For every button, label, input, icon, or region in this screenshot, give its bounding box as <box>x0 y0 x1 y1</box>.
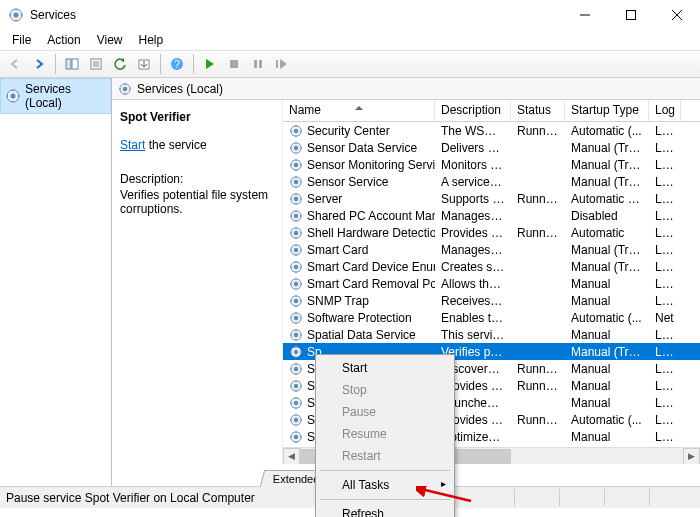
maximize-button[interactable] <box>608 0 654 30</box>
table-row[interactable]: Shell Hardware DetectionProvides no...Ru… <box>283 224 700 241</box>
service-logon-cell: Loca <box>649 328 681 342</box>
table-row[interactable]: Smart CardManages ac...Manual (Trig...Lo… <box>283 241 700 258</box>
table-row[interactable]: Shared PC Account ManagerManages pr...Di… <box>283 207 700 224</box>
service-desc-cell: This service ... <box>435 328 511 342</box>
gear-icon <box>289 294 303 308</box>
menu-help[interactable]: Help <box>131 31 172 49</box>
service-logon-cell: Loca <box>649 124 681 138</box>
table-row[interactable]: Smart Card Device Enumera...Creates soft… <box>283 258 700 275</box>
service-startup-cell: Manual (Trig... <box>565 158 649 172</box>
column-startup[interactable]: Startup Type <box>565 100 649 121</box>
service-desc-cell: The WSCSV... <box>435 124 511 138</box>
start-link[interactable]: Start <box>120 138 145 152</box>
gear-icon <box>289 379 303 393</box>
service-startup-cell: Automatic (... <box>565 413 649 427</box>
svg-rect-16 <box>254 60 257 68</box>
service-logon-cell: Loca <box>649 345 681 359</box>
service-logon-cell: Loca <box>649 158 681 172</box>
ctx-restart: Restart <box>318 445 452 467</box>
service-startup-cell: Manual (Trig... <box>565 345 649 359</box>
table-row[interactable]: Sensor ServiceA service fo...Manual (Tri… <box>283 173 700 190</box>
back-button[interactable] <box>4 53 26 75</box>
column-status[interactable]: Status <box>511 100 565 121</box>
service-logon-cell: Loca <box>649 192 681 206</box>
service-logon-cell: Loca <box>649 209 681 223</box>
column-logon[interactable]: Log <box>649 100 681 121</box>
table-row[interactable]: Spatial Data ServiceThis service ...Manu… <box>283 326 700 343</box>
menu-view[interactable]: View <box>89 31 131 49</box>
start-service-button[interactable] <box>199 53 221 75</box>
service-desc-cell: Delivers dat... <box>435 141 511 155</box>
service-status-cell: Running <box>511 192 565 206</box>
service-name-cell: Smart Card <box>307 243 368 257</box>
gear-icon <box>289 260 303 274</box>
table-row[interactable]: ServerSupports fil...RunningAutomatic (T… <box>283 190 700 207</box>
gear-icon <box>289 345 303 359</box>
services-app-icon <box>8 7 24 23</box>
close-button[interactable] <box>654 0 700 30</box>
export-list-button[interactable] <box>133 53 155 75</box>
toolbar: ? <box>0 50 700 78</box>
restart-service-button[interactable] <box>271 53 293 75</box>
show-hide-console-tree-button[interactable] <box>61 53 83 75</box>
menu-bar: File Action View Help <box>0 30 700 50</box>
service-desc-cell: Manages ac... <box>435 243 511 257</box>
service-desc-cell: A service fo... <box>435 175 511 189</box>
properties-toolbar-button[interactable] <box>85 53 107 75</box>
service-name-cell: Server <box>307 192 342 206</box>
service-name-cell: Smart Card Device Enumera... <box>307 260 435 274</box>
description-label: Description: <box>120 172 274 186</box>
table-row[interactable]: Sensor Data ServiceDelivers dat...Manual… <box>283 139 700 156</box>
service-status-cell: Running <box>511 379 565 393</box>
refresh-button[interactable] <box>109 53 131 75</box>
gear-icon <box>289 124 303 138</box>
ctx-resume: Resume <box>318 423 452 445</box>
service-desc-cell: Manages pr... <box>435 209 511 223</box>
title-bar: Services <box>0 0 700 30</box>
service-desc-cell: Receives tra... <box>435 294 511 308</box>
stop-service-button[interactable] <box>223 53 245 75</box>
gear-icon <box>289 430 303 444</box>
detail-pane: Spot Verifier Start the service Descript… <box>112 100 282 464</box>
service-status-cell: Running <box>511 226 565 240</box>
tree-node-services-local[interactable]: Services (Local) <box>0 78 111 114</box>
scroll-left-button[interactable]: ◀ <box>283 448 300 465</box>
service-name-cell: Sensor Monitoring Service <box>307 158 435 172</box>
service-logon-cell: Loca <box>649 379 681 393</box>
service-startup-cell: Automatic (... <box>565 124 649 138</box>
service-name-cell: Shared PC Account Manager <box>307 209 435 223</box>
service-name-cell: Spatial Data Service <box>307 328 416 342</box>
list-header: Name Description Status Startup Type Log <box>283 100 700 122</box>
service-startup-cell: Disabled <box>565 209 649 223</box>
table-row[interactable]: Smart Card Removal PolicyAllows the s...… <box>283 275 700 292</box>
menu-action[interactable]: Action <box>39 31 88 49</box>
minimize-button[interactable] <box>562 0 608 30</box>
gear-icon <box>118 82 132 96</box>
service-startup-cell: Manual <box>565 396 649 410</box>
service-startup-cell: Automatic <box>565 226 649 240</box>
table-row[interactable]: Sensor Monitoring ServiceMonitors va...M… <box>283 156 700 173</box>
pause-service-button[interactable] <box>247 53 269 75</box>
column-name[interactable]: Name <box>283 100 435 121</box>
table-row[interactable]: Security CenterThe WSCSV...RunningAutoma… <box>283 122 700 139</box>
table-row[interactable]: Software ProtectionEnables the ...Automa… <box>283 309 700 326</box>
forward-button[interactable] <box>28 53 50 75</box>
window-title: Services <box>30 8 562 22</box>
start-service-line: Start the service <box>120 138 274 152</box>
gear-icon <box>289 396 303 410</box>
tree-pane: Services (Local) <box>0 78 112 486</box>
service-status-cell: Running <box>511 124 565 138</box>
service-startup-cell: Manual <box>565 294 649 308</box>
service-logon-cell: Loca <box>649 294 681 308</box>
help-button[interactable]: ? <box>166 53 188 75</box>
scroll-right-button[interactable]: ▶ <box>683 448 700 465</box>
service-startup-cell: Manual <box>565 430 649 444</box>
table-row[interactable]: SNMP TrapReceives tra...ManualLoca <box>283 292 700 309</box>
service-desc-cell: Allows the s... <box>435 277 511 291</box>
ctx-start[interactable]: Start <box>318 357 452 379</box>
gear-icon <box>289 226 303 240</box>
service-desc-cell: Monitors va... <box>435 158 511 172</box>
column-description[interactable]: Description <box>435 100 511 121</box>
menu-file[interactable]: File <box>4 31 39 49</box>
service-startup-cell: Manual (Trig... <box>565 243 649 257</box>
